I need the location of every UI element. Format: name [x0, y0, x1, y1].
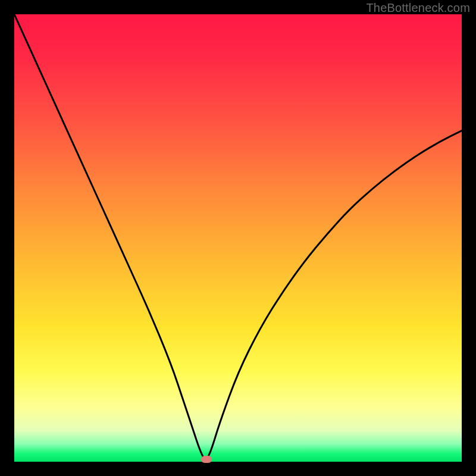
watermark-text: TheBottleneck.com — [366, 1, 470, 15]
plot-area — [14, 14, 462, 462]
curve-path — [14, 14, 462, 459]
bottleneck-curve — [14, 14, 462, 462]
minimum-marker — [201, 456, 212, 463]
chart-frame: TheBottleneck.com — [0, 0, 476, 476]
